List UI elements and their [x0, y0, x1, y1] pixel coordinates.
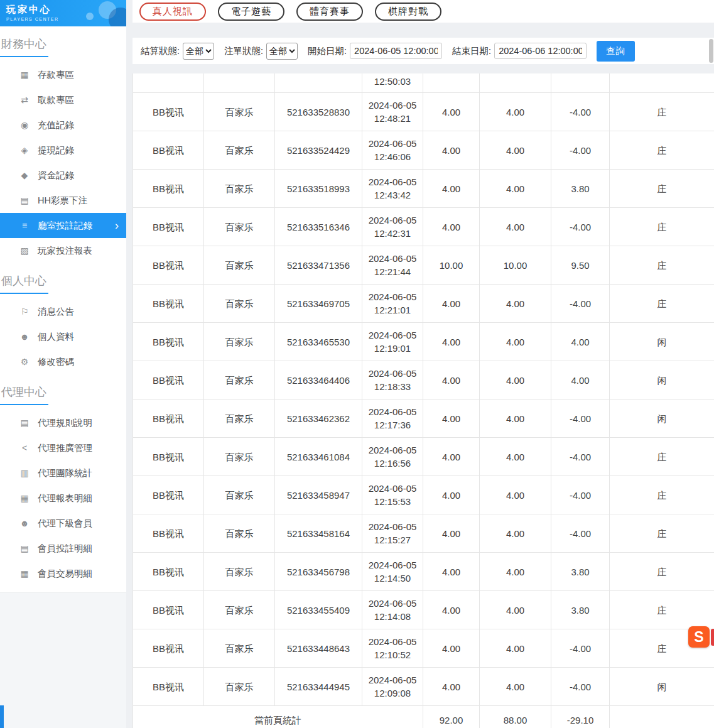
sidebar-item[interactable]: ▦代理報表明細 — [0, 486, 126, 511]
tab-棋牌對戰[interactable]: 棋牌對戰 — [375, 3, 441, 21]
scrollbar-thumb[interactable] — [709, 39, 713, 63]
cell-order-id: 521633458947 — [275, 476, 362, 514]
cell-game: 百家乐 — [204, 208, 275, 246]
cell-time: 12:50:03 — [362, 73, 423, 93]
sidebar-item[interactable]: ☻個人資料 — [0, 324, 126, 349]
cell-time: 2024-06-05 12:15:27 — [362, 514, 423, 553]
cell-winloss: -4.00 — [551, 208, 610, 246]
cell-game: 百家乐 — [204, 361, 275, 399]
sidebar-item[interactable]: ▤代理規則說明 — [0, 410, 126, 435]
order-status-label: 注單狀態: — [224, 45, 263, 57]
section-title-underline — [0, 404, 48, 405]
tab-電子遊藝[interactable]: 電子遊藝 — [218, 3, 284, 21]
sogou-toolbar-fragment — [711, 629, 714, 646]
cell-winloss: -4.00 — [551, 514, 610, 553]
sidebar-item[interactable]: ▤會員投註明細 — [0, 536, 126, 561]
cell-valid-bet: 4.00 — [480, 438, 551, 476]
order-status-select[interactable]: 全部 — [266, 43, 298, 60]
sidebar-item[interactable]: ▦存款專區 — [0, 62, 126, 87]
cell-winloss: -4.00 — [551, 285, 610, 323]
table-row: BB视讯百家乐5216334449452024-06-05 12:09:084.… — [133, 668, 714, 706]
end-date-input[interactable] — [494, 43, 587, 59]
footer-label: 當前頁統計 — [133, 706, 423, 728]
cell-winloss: -4.00 — [551, 438, 610, 476]
sidebar-item-label: 消息公告 — [38, 306, 74, 318]
cell-game: 百家乐 — [204, 399, 275, 438]
cell-game: 百家乐 — [204, 93, 275, 131]
cell-order-id — [275, 73, 362, 93]
cell-bet-amount: 4.00 — [423, 476, 480, 514]
cell-winloss: 4.00 — [551, 361, 610, 399]
cell-valid-bet: 4.00 — [480, 476, 551, 514]
sidebar-item[interactable]: ⚙修改密碼 — [0, 349, 126, 374]
cell-order-id: 521633462362 — [275, 399, 362, 438]
agent-report-icon: ▦ — [19, 493, 30, 503]
sogou-input-icon[interactable]: S — [688, 626, 710, 648]
start-date-input[interactable] — [350, 43, 442, 59]
sidebar-item-label: 個人資料 — [38, 331, 74, 343]
sidebar-item-label: 資金記錄 — [38, 170, 74, 182]
cell-order-id: 521633469705 — [275, 285, 362, 323]
table-row: BB视讯百家乐5216334581642024-06-05 12:15:274.… — [133, 514, 714, 553]
cell-platform: BB视讯 — [133, 170, 204, 208]
sidebar-item[interactable]: ≡廳室投註記錄› — [0, 213, 126, 238]
sidebar-item[interactable]: ⚐消息公告 — [0, 299, 126, 324]
sidebar-section-title: 個人中心 — [1, 273, 126, 288]
cell-result: 庄 — [610, 93, 714, 131]
user-icon: ☻ — [19, 332, 30, 342]
cell-platform: BB视讯 — [133, 361, 204, 399]
cell-bet-amount: 4.00 — [423, 323, 480, 361]
sidebar-item[interactable]: ◆資金記錄 — [0, 163, 126, 188]
cell-time: 2024-06-05 12:46:06 — [362, 131, 423, 170]
table-row: BB视讯百家乐5216334655302024-06-05 12:19:014.… — [133, 323, 714, 361]
sidebar-item[interactable]: ▦會員交易明細 — [0, 561, 126, 586]
sidebar-item-label: 代理推廣管理 — [38, 442, 92, 454]
sidebar-item[interactable]: <代理推廣管理 — [0, 435, 126, 460]
cell-valid-bet: 4.00 — [480, 591, 551, 629]
cell-valid-bet: 4.00 — [480, 131, 551, 170]
cell-platform: BB视讯 — [133, 399, 204, 438]
cell-result: 庄 — [610, 208, 714, 246]
cell-valid-bet — [480, 73, 551, 93]
tab-體育賽事[interactable]: 體育賽事 — [296, 3, 363, 21]
cell-winloss: 4.00 — [551, 323, 610, 361]
cell-time: 2024-06-05 12:15:53 — [362, 476, 423, 514]
cell-bet-amount: 10.00 — [423, 246, 480, 285]
sidebar-item-label: 充值記錄 — [38, 119, 74, 131]
cell-valid-bet: 4.00 — [480, 323, 551, 361]
sidebar-item[interactable]: ▥代理團隊統計 — [0, 460, 126, 486]
sidebar-item-label: 會員投註明細 — [38, 543, 92, 555]
sidebar-item[interactable]: ⇄取款專區 — [0, 87, 126, 112]
settle-status-label: 結算狀態: — [141, 45, 180, 57]
tab-真人視訊[interactable]: 真人視訊 — [139, 3, 206, 21]
cell-time: 2024-06-05 12:43:42 — [362, 170, 423, 208]
main-content: 真人視訊電子遊藝體育賽事棋牌對戰 結算狀態: 全部 注單狀態: 全部 開始日期:… — [133, 0, 714, 728]
cell-order-id: 521633471356 — [275, 246, 362, 285]
cell-result: 庄 — [610, 170, 714, 208]
cell-winloss: -4.00 — [551, 399, 610, 438]
cell-bet-amount — [423, 73, 480, 93]
cell-valid-bet: 4.00 — [480, 208, 551, 246]
sidebar-item[interactable]: ◉充值記錄 — [0, 112, 126, 138]
cell-winloss: -4.00 — [551, 629, 610, 668]
sidebar-item[interactable]: ◈提現記錄 — [0, 138, 126, 163]
sidebar-item[interactable]: ☻代理下級會員 — [0, 511, 126, 536]
sidebar-item[interactable]: ▤HH彩票下注 — [0, 188, 126, 213]
settle-status-select[interactable]: 全部 — [183, 43, 214, 60]
cell-result: 庄 — [610, 514, 714, 553]
sidebar-item-label: 修改密碼 — [38, 356, 74, 368]
cell-platform: BB视讯 — [133, 208, 204, 246]
withdrawal-record-icon: ◈ — [19, 145, 30, 155]
sidebar-section-title: 財務中心 — [1, 36, 126, 52]
cell-result: 闲 — [610, 399, 714, 438]
cell-time: 2024-06-05 12:21:01 — [362, 285, 423, 323]
cell-time: 2024-06-05 12:21:44 — [362, 246, 423, 285]
cell-order-id: 521633456798 — [275, 553, 362, 591]
cell-game: 百家乐 — [204, 131, 275, 170]
lottery-bet-icon: ▤ — [19, 195, 30, 205]
search-button[interactable]: 查詢 — [597, 41, 635, 62]
cell-platform: BB视讯 — [133, 438, 204, 476]
cell-bet-amount: 4.00 — [423, 399, 480, 438]
sidebar-item[interactable]: ▨玩家投注報表 — [0, 238, 126, 263]
cell-time: 2024-06-05 12:16:56 — [362, 438, 423, 476]
